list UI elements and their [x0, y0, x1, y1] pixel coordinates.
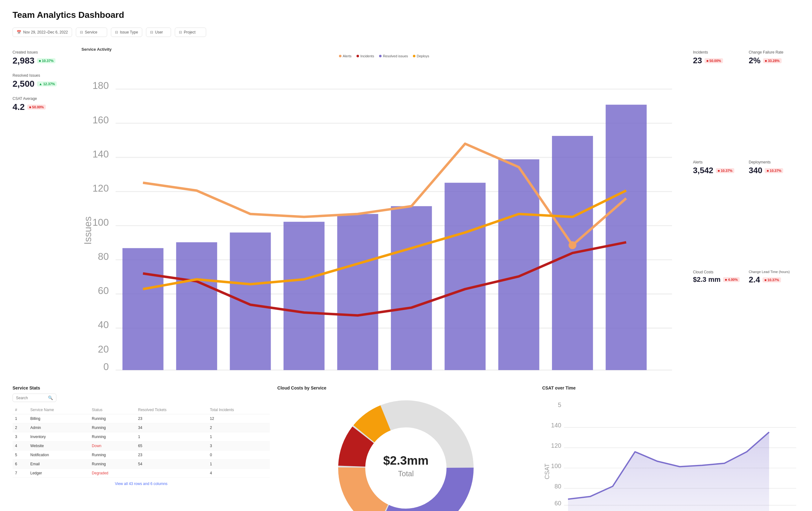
table-row: 1 Billing Running 23 12: [12, 414, 270, 423]
table-row: 5 Notification Running 23 0: [12, 451, 270, 460]
cloud-costs-metric: Cloud Costs $2.3 mm ■ 4.00%: [693, 270, 744, 373]
svg-text:$2.3mm: $2.3mm: [383, 454, 429, 467]
svg-rect-25: [391, 206, 432, 370]
svg-marker-66: [568, 432, 769, 511]
svg-rect-29: [606, 104, 646, 370]
search-icon: 🔍: [48, 395, 53, 400]
incidents-badge: ■ 50.00%: [704, 58, 723, 63]
filter-icon2: ⊟: [115, 30, 118, 34]
csat-chart: CSAT over Time 5 140 120 100 80 60 40 2 …: [542, 386, 800, 511]
filter-bar: 📅 Nov 29, 2022–Dec 6, 2022 ⊟ Service ⊟ I…: [12, 28, 800, 37]
resolved-issues-badge: ▲ 12.37%: [37, 82, 57, 86]
resolved-issues-card: Resolved Issues 2,500 ▲ 12.37%: [12, 73, 75, 89]
svg-rect-27: [498, 159, 540, 370]
right-metrics-panel: Incidents 23 ■ 50.00% Change Failure Rat…: [693, 47, 800, 373]
table-row: 7 Ledger Degraded 4: [12, 469, 270, 478]
deployments-badge: ■ 10.37%: [765, 168, 783, 173]
bottom-section: Service Stats 🔍 # Service Name Status Re…: [12, 386, 800, 511]
calendar-icon: 📅: [17, 30, 21, 34]
page-title: Team Analytics Dashboard: [12, 10, 800, 20]
svg-text:5: 5: [558, 401, 561, 408]
change-failure-badge: ■ 33.28%: [763, 58, 782, 63]
deployments-metric: Deployments 340 ■ 10.37%: [749, 160, 800, 264]
csat-badge: ■ 50.00%: [27, 104, 46, 110]
svg-text:20: 20: [98, 344, 109, 355]
change-failure-metric: Change Failure Rate 2% ■ 33.28%: [749, 50, 800, 154]
change-lead-badge: ■ 10.37%: [762, 277, 781, 282]
table-row: 3 Inventory Running 1 1: [12, 432, 270, 442]
col-num: #: [12, 406, 28, 414]
search-input[interactable]: [16, 396, 46, 400]
incidents-metric: Incidents 23 ■ 50.00%: [693, 50, 744, 154]
service-filter[interactable]: ⊟ Service: [76, 28, 107, 37]
svg-text:40: 40: [98, 320, 109, 330]
created-issues-badge: ■ 10.37%: [37, 58, 55, 63]
alerts-badge: ■ 10.37%: [716, 168, 734, 173]
svg-text:120: 120: [551, 442, 561, 449]
cloud-costs-svg: $2.3mm Total: [277, 394, 534, 511]
svg-text:80: 80: [554, 483, 561, 490]
svg-text:140: 140: [551, 422, 561, 429]
project-filter[interactable]: ⊟ Project: [175, 28, 206, 37]
svg-text:160: 160: [92, 115, 109, 125]
svg-rect-26: [444, 183, 486, 370]
svg-rect-21: [176, 242, 217, 370]
table-row: 4 Website Down 65 3: [12, 442, 270, 451]
table-row: 6 Email Running 54 1: [12, 460, 270, 469]
svg-text:60: 60: [554, 500, 561, 507]
service-activity-svg: 180 160 140 120 100 80 60 40 20 0 Issues: [82, 60, 687, 372]
csat-avg-card: CSAT Average 4.2 ■ 50.00%: [12, 96, 75, 112]
cloud-costs-chart: Cloud Costs by Service $2.3mm Total: [277, 386, 534, 511]
created-issues-card: Created Issues 2,983 ■ 10.37%: [12, 50, 75, 66]
alerts-metric: Alerts 3,542 ■ 10.37%: [693, 160, 744, 264]
left-stats-panel: Created Issues 2,983 ■ 10.37% Resolved I…: [12, 47, 75, 373]
svg-text:80: 80: [98, 251, 109, 262]
col-incidents: Total Incidents: [207, 406, 270, 414]
svg-text:Total: Total: [398, 469, 414, 478]
service-stats-panel: Service Stats 🔍 # Service Name Status Re…: [12, 386, 270, 486]
svg-rect-24: [337, 214, 378, 370]
svg-text:120: 120: [92, 183, 109, 194]
svg-point-30: [569, 241, 576, 249]
svg-text:0: 0: [104, 361, 109, 372]
svg-text:Issues: Issues: [82, 216, 93, 244]
chart-legend: Alerts Incidents Resolved issues Deploys: [82, 54, 687, 58]
svg-text:100: 100: [92, 217, 109, 228]
filter-icon3: ⊟: [150, 30, 153, 34]
user-filter[interactable]: ⊟ User: [146, 28, 171, 37]
svg-rect-23: [284, 222, 324, 370]
date-range-filter[interactable]: 📅 Nov 29, 2022–Dec 6, 2022: [12, 28, 72, 37]
col-resolved: Resolved Tickets: [136, 406, 207, 414]
svg-rect-20: [122, 248, 164, 370]
service-stats-table: # Service Name Status Resolved Tickets T…: [12, 406, 270, 478]
col-status: Status: [89, 406, 136, 414]
issue-type-filter[interactable]: ⊟ Issue Type: [111, 28, 142, 37]
csat-svg: 5 140 120 100 80 60 40 2 1 CSAT: [542, 394, 800, 511]
view-all-link[interactable]: View all 43 rows and 6 columns: [12, 482, 270, 486]
svg-text:CSAT: CSAT: [543, 463, 550, 479]
table-row: 2 Admin Running 34 2: [12, 423, 270, 432]
svg-text:100: 100: [551, 462, 561, 469]
cloud-costs-badge: ■ 4.00%: [723, 277, 740, 282]
col-service-name: Service Name: [28, 406, 89, 414]
filter-icon4: ⊟: [179, 30, 182, 34]
service-activity-chart: Service Activity Alerts Incidents Resolv…: [82, 47, 687, 373]
svg-rect-22: [230, 233, 271, 370]
search-bar[interactable]: 🔍: [12, 394, 56, 402]
svg-point-47: [372, 434, 440, 502]
change-lead-metric: Change Lead Time (hours) 2.4 ■ 10.37%: [749, 270, 800, 373]
svg-text:140: 140: [92, 149, 109, 160]
svg-text:180: 180: [92, 80, 109, 91]
svg-text:60: 60: [98, 285, 109, 296]
filter-icon: ⊟: [80, 30, 83, 34]
